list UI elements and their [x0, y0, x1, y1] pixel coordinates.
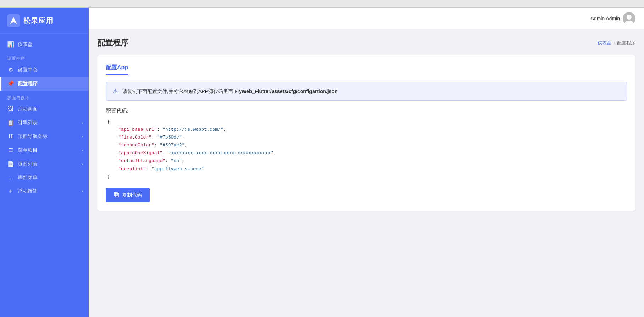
chevron-right-icon: › [82, 120, 83, 125]
code-line-open: { [107, 118, 627, 126]
sidebar-label-splash: 启动画面 [18, 106, 38, 112]
sidebar-label-page-list: 页面列表 [18, 161, 38, 167]
sidebar-item-menu-items[interactable]: ☰ 菜单项目 › [0, 143, 89, 157]
card-section-title: 配置App [106, 64, 128, 75]
sidebar-item-splash[interactable]: 🖼 启动画面 [0, 102, 89, 116]
sidebar-section-ui: 界面与设计 [0, 91, 89, 102]
config-label: 配置代码: [106, 108, 627, 114]
sidebar-label-menu-items: 菜单项目 [18, 147, 38, 154]
alert-text: 请复制下面配置文件,并将它粘贴到APP源代码里面 FlyWeb_Flutter/… [122, 88, 337, 95]
config-card: 配置App ⚠ 请复制下面配置文件,并将它粘贴到APP源代码里面 FlyWeb_… [97, 55, 635, 211]
user-name: Admin Admin [591, 16, 620, 21]
avatar-icon [623, 12, 635, 25]
alert-path: FlyWeb_Flutter/assets/cfg/configartion.j… [235, 88, 338, 94]
sidebar-item-dashboard[interactable]: 📊 仪表盘 [0, 37, 89, 51]
bottom-menu-icon: … [7, 174, 14, 181]
code-block: { "api_base_url": "http://xs.wobbt.com/"… [106, 118, 627, 181]
avatar [623, 12, 635, 25]
browser-bar [0, 0, 644, 8]
code-line-firstcolor: "firstColor": "#7b50dc", [107, 134, 627, 141]
onboarding-icon: 📋 [7, 119, 14, 126]
sidebar-item-onboarding[interactable]: 📋 引导列表 › [0, 116, 89, 130]
sidebar-section-settings: 设置程序 [0, 51, 89, 63]
active-indicator [0, 77, 1, 91]
code-line-deeplink: "deeplink": "app.flyweb.scheme" [107, 165, 627, 173]
svg-point-3 [627, 15, 632, 20]
app-wrapper: 松果应用 📊 仪表盘 设置程序 ⚙ 设置中心 📌 配置程序 界面与设计 [0, 8, 644, 317]
main-area: Admin Admin 配置程序 仪表盘 / 配置程序 [89, 8, 644, 317]
page-list-icon: 📄 [7, 161, 14, 167]
main-content: 配置程序 仪表盘 / 配置程序 配置App ⚠ 请复制下面配置文件,并将它粘贴到… [89, 29, 644, 317]
copy-icon [114, 192, 119, 199]
sidebar-label-nav-icons: 顶部导航图标 [18, 133, 48, 140]
code-line-defaultlanguage: "defaultLanguage": "en", [107, 157, 627, 165]
svg-rect-6 [114, 192, 117, 196]
page-header: 配置程序 仪表盘 / 配置程序 [97, 38, 635, 48]
nav-icons-icon: H [7, 133, 14, 140]
app-name: 松果应用 [23, 16, 53, 26]
user-menu[interactable]: Admin Admin [591, 12, 635, 25]
breadcrumb: 仪表盘 / 配置程序 [598, 40, 635, 46]
copy-button-label: 复制代码 [122, 192, 142, 198]
sidebar-item-bottom-menu[interactable]: … 底部菜单 [0, 171, 89, 184]
sidebar-label-dashboard: 仪表盘 [18, 41, 33, 48]
splash-icon: 🖼 [7, 106, 14, 112]
code-line-close: } [107, 173, 627, 181]
code-line-appidonesignal: "appIdOneSignal": "xxxxxxxx-xxxx-xxxx-xx… [107, 149, 627, 157]
alert-box: ⚠ 请复制下面配置文件,并将它粘贴到APP源代码里面 FlyWeb_Flutte… [106, 82, 627, 101]
chevron-right-icon-3: › [82, 148, 83, 153]
sidebar-item-nav-icons[interactable]: H 顶部导航图标 › [0, 130, 89, 143]
sidebar-navigation: 📊 仪表盘 设置程序 ⚙ 设置中心 📌 配置程序 界面与设计 🖼 启动画面 [0, 34, 89, 202]
sidebar-label-settings-center: 设置中心 [18, 67, 38, 73]
sidebar: 松果应用 📊 仪表盘 设置程序 ⚙ 设置中心 📌 配置程序 界面与设计 [0, 8, 89, 317]
menu-items-icon: ☰ [7, 147, 14, 154]
float-button-icon: + [7, 188, 14, 194]
code-line-api: "api_base_url": "http://xs.wobbt.com/", [107, 126, 627, 134]
copy-button[interactable]: 复制代码 [106, 188, 150, 202]
configure-app-icon: 📌 [7, 80, 14, 87]
settings-center-icon: ⚙ [7, 66, 14, 73]
sidebar-item-settings-center[interactable]: ⚙ 设置中心 [0, 63, 89, 77]
sidebar-label-configure-app: 配置程序 [18, 81, 38, 87]
sidebar-item-page-list[interactable]: 📄 页面列表 › [0, 157, 89, 171]
logo-icon [7, 14, 20, 27]
header: Admin Admin [89, 8, 644, 29]
sidebar-label-bottom-menu: 底部菜单 [18, 174, 38, 181]
breadcrumb-current: 配置程序 [617, 40, 635, 46]
breadcrumb-separator: / [613, 41, 615, 46]
chevron-right-icon-2: › [82, 134, 83, 139]
sidebar-label-onboarding: 引导列表 [18, 120, 38, 126]
sidebar-logo[interactable]: 松果应用 [0, 8, 89, 34]
page-title: 配置程序 [97, 38, 128, 48]
sidebar-item-configure-app[interactable]: 📌 配置程序 [0, 77, 89, 91]
warning-icon: ⚠ [112, 87, 118, 95]
sidebar-label-float-button: 浮动按钮 [18, 188, 38, 194]
dashboard-icon: 📊 [7, 41, 14, 48]
sidebar-item-float-button[interactable]: + 浮动按钮 › [0, 184, 89, 198]
breadcrumb-home[interactable]: 仪表盘 [598, 40, 611, 46]
chevron-right-icon-5: › [82, 189, 83, 194]
chevron-right-icon-4: › [82, 162, 83, 167]
code-line-secondcolor: "secondColor": "#597ae2", [107, 141, 627, 149]
